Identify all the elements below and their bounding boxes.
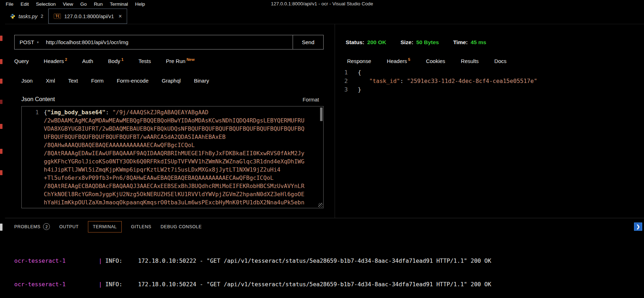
status-value: 200 OK <box>367 39 386 46</box>
tab-label: Tests <box>138 58 151 64</box>
send-button[interactable]: Send <box>293 35 324 49</box>
response-body: 1 { 2 "task_id": "2591ec33-11d2-4dec-8cf… <box>335 68 537 94</box>
tab-cookies[interactable]: Cookies <box>426 58 445 64</box>
tab-docs[interactable]: Docs <box>494 58 507 64</box>
panel-tab-output[interactable]: OUTPUT <box>59 224 78 229</box>
tab-binary[interactable]: Binary <box>194 78 209 84</box>
problems-count-badge: 2 <box>43 223 50 230</box>
line-number: 3 <box>335 85 348 94</box>
base64-chunk: VDA8XGBYUGBIUFRT/2wBDAQMEBAUEBQkFBQkUDQs… <box>44 125 304 133</box>
menu-view[interactable]: View <box>59 1 77 7</box>
json-value: "2591ec33-11d2-4dec-8cf4-cea15e05517e" <box>407 78 537 84</box>
tab-tasks-py[interactable]: tasks.py 2 <box>5 9 48 24</box>
editor-line: ChYkNOEl8RcYGRomJygpKjU2Nzg5OkNERUZHSElK… <box>22 190 323 198</box>
menu-bar: File Edit Selection View Go Run Terminal… <box>0 0 644 8</box>
menu-file[interactable]: File <box>2 1 17 7</box>
tab-response[interactable]: Response <box>347 58 371 64</box>
menu-terminal[interactable]: Terminal <box>106 1 131 7</box>
time-value: 45 ms <box>471 39 486 46</box>
body-type-tabs: Json Xml Text Form Form-encode Graphql B… <box>21 78 209 84</box>
terminal-pipe: | <box>99 257 102 264</box>
json-separator: : <box>105 109 112 116</box>
panel-expand-chevron-icon[interactable]: ❯ <box>634 223 642 231</box>
tab-label: DEBUG CONSOLE <box>161 224 202 229</box>
terminal-line: ocr-tesseract-1|INFO:172.18.0.10:50222 -… <box>14 257 491 265</box>
panel-tab-debug-console[interactable]: DEBUG CONSOLE <box>161 224 202 229</box>
request-panel: POST ▾ Send Query Headers2 Auth Body1 Te… <box>5 24 335 218</box>
menu-run[interactable]: Run <box>90 1 106 7</box>
close-icon[interactable]: × <box>119 13 122 20</box>
tab-query[interactable]: Query <box>14 58 29 64</box>
terminal-pipe: | <box>99 281 102 288</box>
terminal-log-level: INFO: <box>105 281 138 288</box>
menu-help[interactable]: Help <box>131 1 148 7</box>
response-panel: Status: 200 OK Size: 50 Bytes Time: 45 m… <box>335 24 644 218</box>
window-title: 127.0.0.1:8000/api/v1 - ocr - Visual Stu… <box>271 1 373 6</box>
panel-tab-gitlens[interactable]: GITLENS <box>131 224 151 229</box>
json-body-editor[interactable]: 1 {"img_body_base64": "/9j/4AAQSkZJRgABA… <box>21 106 324 208</box>
terminal-log-message: 172.18.0.10:50222 - "GET /api/v1/tessera… <box>138 257 491 264</box>
tab-pre-run[interactable]: Pre RunNew <box>166 58 195 64</box>
tab-thunder-client[interactable]: TC 127.0.0.1:8000/api/v1 × <box>48 9 127 24</box>
tab-badge: 5 <box>408 57 410 62</box>
tab-headers[interactable]: Headers2 <box>44 58 67 64</box>
json-key: "task_id" <box>369 78 400 84</box>
base64-chunk: +Tl5ufo6erx8vP09fb3+Pn6/8QAHwEAAwEBAQEBA… <box>44 174 273 182</box>
json-quote: " <box>112 109 116 116</box>
time-label: Time: <box>453 39 468 46</box>
panel-tab-problems[interactable]: PROBLEMS 2 <box>14 223 50 230</box>
tab-badge: 2 <box>41 14 43 19</box>
menu-go[interactable]: Go <box>77 1 90 7</box>
panel-tab-terminal[interactable]: TERMINAL <box>88 221 122 232</box>
tab-auth[interactable]: Auth <box>82 58 93 64</box>
url-input[interactable] <box>43 39 293 45</box>
tab-graphql[interactable]: Graphql <box>162 78 180 84</box>
tab-label: Results <box>461 58 479 64</box>
tab-body[interactable]: Body1 <box>108 58 124 64</box>
tab-results[interactable]: Results <box>461 58 479 64</box>
tab-label: Body <box>108 58 120 64</box>
activity-edge-mark <box>0 79 2 84</box>
chevron-down-icon: ▾ <box>37 40 39 44</box>
editor-tab-bar: tasks.py 2 TC 127.0.0.1:8000/api/v1 × <box>5 9 644 24</box>
editor-line: +Tl5ufo6erx8vP09fb3+Pn6/8QAHwEAAwEBAQEBA… <box>22 174 323 182</box>
json-content-title: Json Content <box>21 96 55 103</box>
response-line: 3 } <box>335 85 537 94</box>
base64-chunk: /9j/4AAQSkZJRgABAQEAYABgAAD <box>116 109 208 116</box>
size-label: Size: <box>400 39 413 46</box>
resize-grip-icon[interactable] <box>318 203 323 208</box>
json-brace: } <box>358 85 361 94</box>
tab-label: Pre Run <box>166 58 185 64</box>
terminal-output: ocr-tesseract-1|INFO:172.18.0.10:50222 -… <box>14 241 491 298</box>
response-status-row: Status: 200 OK Size: 50 Bytes Time: 45 m… <box>346 39 486 46</box>
activity-edge-mark <box>0 59 2 64</box>
editor-scrollbar[interactable] <box>320 108 323 121</box>
terminal-service-name: ocr-tesseract-1 <box>14 281 99 288</box>
method-select[interactable]: POST ▾ <box>15 39 43 45</box>
tab-form-encode[interactable]: Form-encode <box>117 78 148 84</box>
tab-xml[interactable]: Xml <box>46 78 55 84</box>
base64-chunk: ChYkNOEl8RcYGRomJygpKjU2Nzg5OkNERUZHSElK… <box>44 190 304 198</box>
tab-tests[interactable]: Tests <box>138 58 151 64</box>
json-key: "img_body_base64" <box>47 109 106 116</box>
bottom-panel: PROBLEMS 2 OUTPUT TERMINAL GITLENS DEBUG… <box>5 218 644 298</box>
menu-selection[interactable]: Selection <box>32 1 59 7</box>
tab-label: OUTPUT <box>59 224 78 229</box>
activity-edge-mark <box>0 149 2 154</box>
line-number: 1 <box>335 68 348 77</box>
panel-tab-bar: PROBLEMS 2 OUTPUT TERMINAL GITLENS DEBUG… <box>14 223 202 230</box>
tab-json[interactable]: Json <box>21 78 33 84</box>
terminal-log-level: INFO: <box>105 257 138 265</box>
activity-edge-mark <box>0 36 2 41</box>
terminal-log-message: 172.18.0.10:50224 - "GET /api/v1/tessera… <box>138 281 491 288</box>
tab-response-headers[interactable]: Headers5 <box>387 58 410 64</box>
tab-badge: 1 <box>121 57 124 62</box>
tab-text[interactable]: Text <box>68 78 78 84</box>
format-button[interactable]: Format <box>303 97 319 103</box>
base64-chunk: /8QAtRAAAgEDAwIEAwUFBAQAAAF9AQIDAAQRBRIh… <box>44 149 304 157</box>
tab-label: Headers <box>387 58 407 64</box>
tab-form[interactable]: Form <box>91 78 104 84</box>
menu-edit[interactable]: Edit <box>17 1 32 7</box>
tab-label: Cookies <box>426 58 445 64</box>
request-tabs: Query Headers2 Auth Body1 Tests Pre RunN… <box>14 58 195 64</box>
